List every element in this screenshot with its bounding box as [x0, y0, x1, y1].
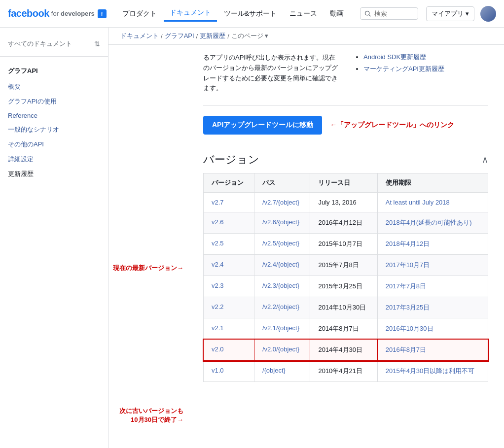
expiry-link[interactable]: At least until July 2018 — [386, 199, 450, 206]
cell-version[interactable]: v2.5 — [204, 234, 254, 255]
chevron-down-icon: ▾ — [466, 10, 469, 17]
expiry-link[interactable]: 2017年7月8日 — [386, 282, 426, 290]
breadcrumb-changelog[interactable]: 更新履歴 — [200, 32, 225, 40]
sidebar-item-other-api[interactable]: その他のAPI — [0, 137, 108, 152]
expiry-link[interactable]: 2017年10月7日 — [386, 261, 430, 269]
sidebar-sort-arrows[interactable]: ⇅ — [94, 40, 100, 48]
cell-version[interactable]: v1.0 — [204, 361, 254, 382]
cell-path[interactable]: /v2.6/{object} — [254, 212, 310, 234]
nav-product[interactable]: プロダクト — [116, 6, 163, 21]
expiry-link[interactable]: 2018年4月12日 — [386, 240, 430, 247]
breadcrumb-current-page[interactable]: このページ ▾ — [231, 32, 269, 40]
link-marketing-api[interactable]: マーケティングAPI更新履歴 — [363, 65, 444, 72]
breadcrumb-docs[interactable]: ドキュメント — [120, 32, 159, 40]
path-link[interactable]: /v2.1/{object} — [262, 324, 299, 332]
version-section: バージョン ∧ バージョン パス リリース日 使用期限 — [203, 152, 488, 382]
link-android-sdk[interactable]: Android SDK更新履歴 — [363, 53, 426, 61]
cell-expiry[interactable]: 2018年4月(延長の可能性あり) — [377, 212, 488, 234]
cell-expiry[interactable]: 2016年8月7日 — [377, 340, 488, 361]
col-header-version: バージョン — [204, 173, 254, 193]
nav-news[interactable]: ニュース — [284, 6, 323, 21]
sidebar-item-scenarios[interactable]: 一般的なシナリオ — [0, 122, 108, 137]
cell-expiry[interactable]: 2016年10月30日 — [377, 318, 488, 340]
sidebar-header-text: すべてのドキュメント — [8, 39, 72, 48]
search-input[interactable] — [374, 10, 414, 17]
cell-version[interactable]: v2.6 — [204, 212, 254, 234]
sidebar-section-title: グラフAPI — [0, 63, 108, 79]
version-link[interactable]: v2.6 — [212, 218, 224, 226]
collapse-icon[interactable]: ∧ — [482, 154, 488, 165]
expiry-link[interactable]: 2015年4月30日以降は利用不可 — [386, 367, 475, 375]
sidebar-item-settings[interactable]: 詳細設定 — [0, 152, 108, 167]
path-link[interactable]: /v2.3/{object} — [262, 282, 299, 289]
table-row: v2.2/v2.2/{object}2014年10月30日2017年3月25日 — [204, 297, 488, 318]
cell-path[interactable]: /v2.1/{object} — [254, 318, 310, 340]
col-header-release: リリース日 — [310, 173, 377, 193]
cell-path[interactable]: /v2.3/{object} — [254, 276, 310, 297]
avatar[interactable] — [480, 6, 496, 22]
version-link[interactable]: v2.3 — [212, 282, 224, 289]
brand-developers: developers — [61, 10, 95, 17]
sidebar-item-changelog[interactable]: 更新履歴 — [0, 167, 108, 181]
expiry-link[interactable]: 2017年3月25日 — [386, 304, 430, 311]
path-link[interactable]: /v2.7/{object} — [262, 199, 299, 206]
path-link[interactable]: /{object} — [262, 367, 286, 374]
breadcrumb-current-label: このページ ▾ — [231, 32, 269, 40]
cell-version[interactable]: v2.3 — [204, 276, 254, 297]
version-link[interactable]: v2.7 — [212, 199, 224, 206]
annotation-v21: 次に古いバージョンも 10月30日で終了→ — [108, 407, 187, 424]
path-link[interactable]: /v2.6/{object} — [262, 218, 299, 226]
version-link[interactable]: v1.0 — [212, 367, 224, 374]
top-navigation: facebook for developers f プロダクト ドキュメント ツ… — [0, 0, 504, 28]
cell-release: 2014年10月30日 — [310, 297, 377, 318]
path-link[interactable]: /v2.2/{object} — [262, 303, 299, 310]
cell-path[interactable]: /v2.7/{object} — [254, 193, 310, 212]
cell-version[interactable]: v2.2 — [204, 297, 254, 318]
expiry-link[interactable]: 2016年10月30日 — [386, 325, 433, 332]
version-link[interactable]: v2.0 — [212, 345, 224, 353]
upgrade-button[interactable]: APIアップグレードツールに移動 — [203, 116, 322, 135]
version-link[interactable]: v2.1 — [212, 324, 224, 332]
expiry-link[interactable]: 2016年8月7日 — [386, 346, 426, 353]
sidebar-item-overview[interactable]: 概要 — [0, 79, 108, 94]
cell-release: 2016年4月12日 — [310, 212, 377, 234]
cell-expiry[interactable]: 2017年3月25日 — [377, 297, 488, 318]
col-header-expiry: 使用期限 — [377, 173, 488, 193]
path-link[interactable]: /v2.5/{object} — [262, 240, 299, 247]
right-panel: ドキュメント / グラフAPI / 更新履歴 / このページ ▾ 現在の最新バー… — [108, 28, 504, 448]
cell-version[interactable]: v2.4 — [204, 255, 254, 276]
version-link[interactable]: v2.4 — [212, 261, 224, 268]
cell-version[interactable]: v2.7 — [204, 193, 254, 212]
my-app-button[interactable]: マイアプリ ▾ — [426, 6, 474, 21]
cell-expiry[interactable]: At least until July 2018 — [377, 193, 488, 212]
cell-expiry[interactable]: 2018年4月12日 — [377, 234, 488, 255]
nav-docs[interactable]: ドキュメント — [164, 5, 217, 22]
intro-text: るアプリのAPI呼び出しか表示されます。現在のバージョンから最新のバージョンにア… — [203, 53, 338, 94]
nav-video[interactable]: 動画 — [324, 6, 350, 21]
cell-path[interactable]: /v2.5/{object} — [254, 234, 310, 255]
sidebar-item-reference[interactable]: Reference — [0, 109, 108, 122]
version-link[interactable]: v2.2 — [212, 303, 224, 310]
brand-logo[interactable]: facebook for developers f — [8, 8, 107, 19]
intro-links: Android SDK更新履歴 マーケティングAPI更新履歴 — [354, 53, 488, 94]
cell-expiry[interactable]: 2017年7月8日 — [377, 276, 488, 297]
upgrade-annotation: ←「アップグレードツール」へのリンク — [330, 121, 454, 130]
cell-version[interactable]: v2.1 — [204, 318, 254, 340]
cell-expiry[interactable]: 2015年4月30日以降は利用不可 — [377, 361, 488, 382]
breadcrumb-graph-api[interactable]: グラフAPI — [165, 32, 194, 40]
page-wrapper: 現在の最新バージョン→ 次に古いバージョンも 10月30日で終了→ まもなく使用… — [108, 45, 504, 448]
cell-path[interactable]: /{object} — [254, 361, 310, 382]
cell-version[interactable]: v2.0 — [204, 340, 254, 361]
sidebar-item-usage[interactable]: グラフAPIの使用 — [0, 94, 108, 109]
cell-path[interactable]: /v2.0/{object} — [254, 340, 310, 361]
cell-path[interactable]: /v2.2/{object} — [254, 297, 310, 318]
path-link[interactable]: /v2.0/{object} — [262, 345, 299, 353]
cell-path[interactable]: /v2.4/{object} — [254, 255, 310, 276]
path-link[interactable]: /v2.4/{object} — [262, 261, 299, 268]
nav-tools[interactable]: ツール&サポート — [218, 6, 283, 21]
cell-expiry[interactable]: 2017年10月7日 — [377, 255, 488, 276]
version-link[interactable]: v2.5 — [212, 240, 224, 247]
expiry-link[interactable]: 2018年4月(延長の可能性あり) — [386, 219, 472, 226]
cell-release: 2015年10月7日 — [310, 234, 377, 255]
search-box[interactable] — [360, 7, 418, 20]
